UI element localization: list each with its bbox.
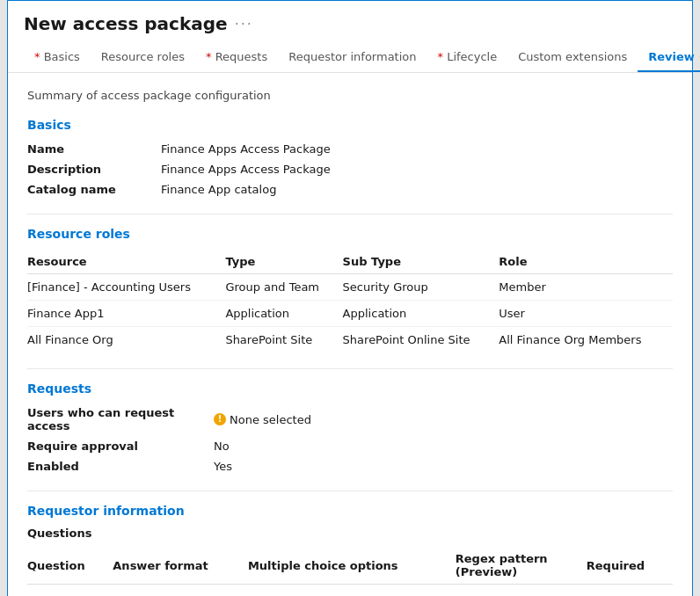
tab-bar: Basics Resource roles Requests Requestor… bbox=[24, 45, 676, 72]
basics-description-value: Finance Apps Access Package bbox=[161, 161, 673, 178]
q-col-multiple: Multiple choice options bbox=[248, 547, 456, 585]
requests-grid: Users who can request access ! None sele… bbox=[27, 404, 673, 475]
title-ellipsis: ··· bbox=[235, 16, 253, 33]
tab-resource-roles[interactable]: Resource roles bbox=[91, 45, 195, 72]
divider-2 bbox=[27, 368, 673, 369]
table-row: [Finance] - Accounting Users Group and T… bbox=[27, 274, 673, 301]
row2-resource: Finance App1 bbox=[27, 301, 225, 327]
row2-type: Application bbox=[225, 301, 342, 327]
row1-type: Group and Team bbox=[225, 274, 342, 301]
summary-label: Summary of access package configuration bbox=[27, 89, 673, 102]
row3-resource: All Finance Org bbox=[27, 327, 225, 353]
row1-role: Member bbox=[499, 274, 673, 301]
basics-description-label: Description bbox=[27, 161, 150, 178]
q-col-regex: Regex pattern(Preview) bbox=[456, 547, 587, 585]
basics-grid: Name Finance Apps Access Package Descrip… bbox=[27, 141, 673, 198]
basics-catalog-label: Catalog name bbox=[27, 181, 150, 198]
row3-type: SharePoint Site bbox=[225, 327, 342, 353]
row2-subtype: Application bbox=[343, 301, 499, 327]
main-content: Summary of access package configuration … bbox=[8, 73, 692, 596]
row3-subtype: SharePoint Online Site bbox=[343, 327, 499, 353]
basics-catalog-value: Finance App catalog bbox=[161, 181, 673, 198]
row2-role: User bbox=[499, 301, 673, 327]
q-col-answer: Answer format bbox=[113, 547, 248, 585]
requests-section-title: Requests bbox=[27, 382, 673, 396]
app-window: New access package ··· Basics Resource r… bbox=[7, 0, 693, 596]
col-resource: Resource bbox=[27, 250, 225, 274]
table-header-row: Resource Type Sub Type Role bbox=[27, 250, 673, 274]
row1-resource: [Finance] - Accounting Users bbox=[27, 274, 225, 301]
requests-approval-label: Require approval bbox=[27, 438, 203, 454]
warning-icon: ! bbox=[214, 413, 226, 425]
requests-users-value: ! None selected bbox=[214, 404, 673, 434]
resource-roles-table: Resource Type Sub Type Role [Finance] - … bbox=[27, 250, 673, 353]
table-row bbox=[27, 585, 673, 597]
col-type: Type bbox=[225, 250, 342, 274]
title-row: New access package ··· bbox=[24, 13, 676, 34]
requests-enabled-label: Enabled bbox=[27, 458, 203, 475]
col-subtype: Sub Type bbox=[343, 250, 499, 274]
table-row: All Finance Org SharePoint Site SharePoi… bbox=[27, 327, 673, 353]
basics-section-title: Basics bbox=[27, 118, 673, 132]
basics-name-value: Finance Apps Access Package bbox=[161, 141, 673, 157]
row1-subtype: Security Group bbox=[343, 274, 499, 301]
col-role: Role bbox=[499, 250, 673, 274]
requests-enabled-value: Yes bbox=[214, 458, 673, 475]
tab-requestor-information[interactable]: Requestor information bbox=[278, 45, 427, 72]
tab-lifecycle[interactable]: Lifecycle bbox=[427, 45, 508, 72]
requestor-info-section-title: Requestor information bbox=[27, 504, 673, 518]
resource-roles-section-title: Resource roles bbox=[27, 227, 673, 241]
table-row: Finance App1 Application Application Use… bbox=[27, 301, 673, 327]
q-col-required: Required bbox=[587, 547, 673, 585]
page-header: New access package ··· Basics Resource r… bbox=[8, 1, 692, 73]
divider-3 bbox=[27, 491, 673, 491]
q-col-question: Question bbox=[27, 547, 113, 585]
requests-approval-value: No bbox=[214, 438, 673, 454]
questions-table: Question Answer format Multiple choice o… bbox=[27, 547, 673, 596]
questions-header-row: Question Answer format Multiple choice o… bbox=[27, 547, 673, 585]
tab-review-create[interactable]: Review + create bbox=[638, 45, 700, 72]
tab-basics[interactable]: Basics bbox=[24, 45, 91, 72]
page-title: New access package bbox=[24, 13, 228, 34]
divider-1 bbox=[27, 214, 673, 214]
requests-users-label: Users who can request access bbox=[27, 404, 203, 434]
requestor-section: Questions Question Answer format Multipl… bbox=[27, 527, 673, 596]
row3-role: All Finance Org Members bbox=[499, 327, 673, 353]
resource-roles-table-container: Resource Type Sub Type Role [Finance] - … bbox=[27, 250, 673, 353]
basics-name-label: Name bbox=[27, 141, 150, 157]
tab-requests[interactable]: Requests bbox=[195, 45, 278, 72]
tab-custom-extensions[interactable]: Custom extensions bbox=[507, 45, 638, 72]
questions-subtitle: Questions bbox=[27, 527, 673, 540]
